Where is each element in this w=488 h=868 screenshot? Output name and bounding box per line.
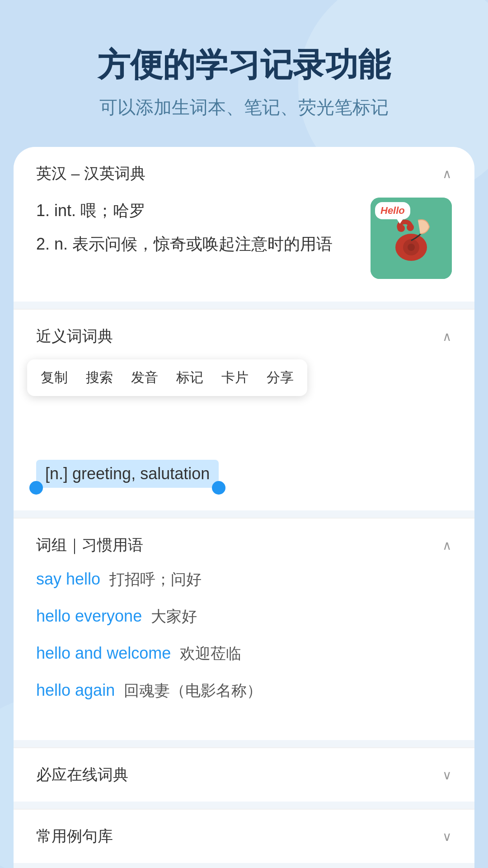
hello-image: Hello [371,198,452,279]
phrases-list: say hello 打招呼；问好 hello everyone 大家好 hell… [36,569,452,701]
sentences-section-header[interactable]: 常用例句库 ∨ [36,826,452,847]
sentences-chevron-icon: ∨ [442,829,452,844]
entry-2-num: 2. [36,235,54,253]
context-menu-card[interactable]: 卡片 [221,368,249,387]
phrases-section-title: 词组｜习惯用语 [36,535,143,556]
dictionary-content: 1. int. 喂；哈罗 2. n. 表示问候，惊奇或唤起注意时的用语 Hell… [36,198,452,279]
phrase-item-1[interactable]: say hello 打招呼；问好 [36,569,452,590]
synonyms-section-header[interactable]: 近义词词典 ∧ [36,326,452,347]
entry-2-pos: n. [54,235,72,253]
phrases-section-header[interactable]: 词组｜习惯用语 ∧ [36,535,452,556]
hello-image-inner: Hello [371,198,452,279]
speech-bubble: Hello [375,202,410,219]
context-menu-search[interactable]: 搜索 [86,368,113,387]
sentences-section-title: 常用例句库 [36,826,113,847]
dictionary-section: 英汉 – 汉英词典 ∧ 1. int. 喂；哈罗 2. n. 表示问候，惊奇或唤… [14,147,474,302]
telephone-svg [384,211,438,265]
phrase-item-2[interactable]: hello everyone 大家好 [36,606,452,627]
page-subtitle: 可以添加生词本、笔记、荧光笔标记 [27,95,461,120]
bingdict-section-title: 必应在线词典 [36,764,128,785]
context-menu-copy[interactable]: 复制 [41,368,68,387]
dictionary-section-header[interactable]: 英汉 – 汉英词典 ∧ [36,163,452,184]
synonyms-chevron-icon: ∧ [442,329,452,344]
entry-1-pos: int. [54,201,80,220]
selection-handle-right [212,481,225,495]
synonyms-section: 近义词词典 ∧ 复制 搜索 发音 标记 卡片 分享 [n.] greeting,… [14,310,474,510]
context-menu-share[interactable]: 分享 [267,368,294,387]
phrase-3-zh: 欢迎莅临 [180,643,241,664]
dictionary-chevron-icon: ∧ [442,166,452,181]
bingdict-section[interactable]: 必应在线词典 ∨ [14,748,474,802]
bingdict-chevron-icon: ∨ [442,768,452,783]
highlighted-synonym-text: [n.] greeting, salutation [36,460,219,488]
context-menu-mark[interactable]: 标记 [176,368,203,387]
dict-entry-1: 1. int. 喂；哈罗 [36,198,357,224]
dictionary-section-title: 英汉 – 汉英词典 [36,163,145,184]
phrase-item-3[interactable]: hello and welcome 欢迎莅临 [36,643,452,664]
phrase-1-en: say hello [36,570,100,589]
main-card: 英汉 – 汉英词典 ∧ 1. int. 喂；哈罗 2. n. 表示问候，惊奇或唤… [14,147,474,868]
svg-point-4 [407,224,414,231]
phrase-2-en: hello everyone [36,607,142,626]
entry-2-def: 表示问候，惊奇或唤起注意时的用语 [72,235,333,253]
phrases-chevron-icon: ∧ [442,538,452,553]
phrase-2-zh: 大家好 [151,606,197,627]
phrase-4-en: hello again [36,681,115,700]
svg-point-2 [408,244,415,251]
sentences-section[interactable]: 常用例句库 ∨ [14,810,474,863]
synonyms-section-title: 近义词词典 [36,326,113,347]
phrase-4-zh: 回魂妻（电影名称） [124,680,262,701]
phrase-3-en: hello and welcome [36,644,171,663]
selection-handle-left [29,481,43,495]
dict-entry-2: 2. n. 表示问候，惊奇或唤起注意时的用语 [36,231,357,257]
bingdict-section-header[interactable]: 必应在线词典 ∨ [36,764,452,785]
phrase-1-zh: 打招呼；问好 [109,569,202,590]
header: 方便的学习记录功能 可以添加生词本、笔记、荧光笔标记 [0,0,488,147]
page-title: 方便的学习记录功能 [27,45,461,84]
phrases-section: 词组｜习惯用语 ∧ say hello 打招呼；问好 hello everyon… [14,519,474,740]
entry-1-num: 1. [36,201,54,220]
phrase-item-4[interactable]: hello again 回魂妻（电影名称） [36,680,452,701]
svg-point-3 [398,225,405,232]
context-menu-pronounce[interactable]: 发音 [131,368,158,387]
entry-1-def: 喂；哈罗 [80,201,145,220]
dictionary-definitions: 1. int. 喂；哈罗 2. n. 表示问候，惊奇或唤起注意时的用语 [36,198,357,264]
context-menu: 复制 搜索 发音 标记 卡片 分享 [27,359,307,396]
